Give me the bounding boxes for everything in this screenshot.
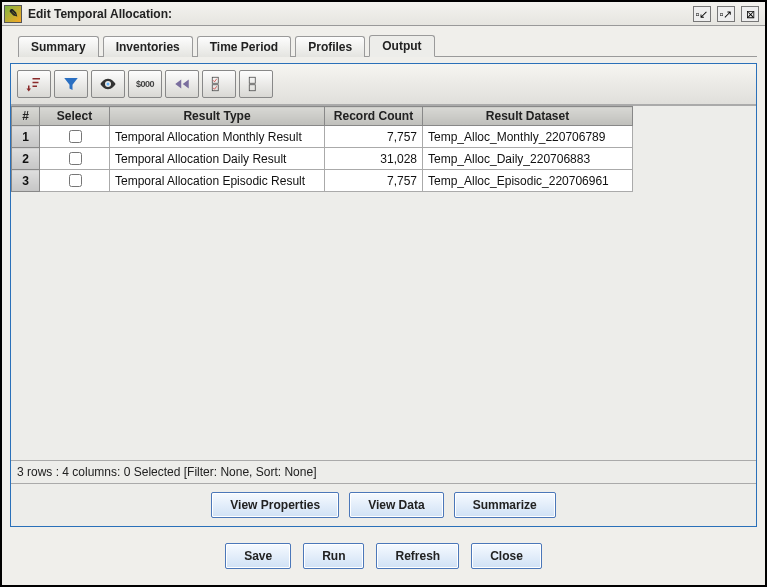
- row-count: 7,757: [325, 126, 423, 148]
- deselect-all-button[interactable]: [239, 70, 273, 98]
- row-number: 3: [12, 170, 40, 192]
- tab-output[interactable]: Output: [369, 35, 434, 57]
- row-type: Temporal Allocation Daily Result: [110, 148, 325, 170]
- save-button[interactable]: Save: [225, 543, 291, 569]
- col-type[interactable]: Result Type: [110, 107, 325, 126]
- col-select[interactable]: Select: [40, 107, 110, 126]
- funnel-icon: [62, 75, 80, 93]
- title-bar: ✎ Edit Temporal Allocation: ▫↙ ▫↗ ⊠: [2, 2, 765, 26]
- row-count: 31,028: [325, 148, 423, 170]
- results-table: # Select Result Type Record Count Result…: [11, 106, 633, 192]
- eye-icon: [99, 75, 117, 93]
- toolbar: $000: [11, 64, 756, 105]
- row-dataset: Temp_Alloc_Daily_220706883: [423, 148, 633, 170]
- table-row[interactable]: 2 Temporal Allocation Daily Result 31,02…: [12, 148, 633, 170]
- row-select-cell: [40, 126, 110, 148]
- checklist-checked-icon: [210, 75, 228, 93]
- reset-button[interactable]: [165, 70, 199, 98]
- row-select-checkbox[interactable]: [69, 174, 82, 187]
- close-button[interactable]: Close: [471, 543, 542, 569]
- table-scroll[interactable]: # Select Result Type Record Count Result…: [11, 105, 756, 460]
- col-count[interactable]: Record Count: [325, 107, 423, 126]
- row-number: 1: [12, 126, 40, 148]
- window-frame: ✎ Edit Temporal Allocation: ▫↙ ▫↗ ⊠ Summ…: [0, 0, 767, 587]
- window-title: Edit Temporal Allocation:: [28, 7, 172, 21]
- view-properties-button[interactable]: View Properties: [211, 492, 339, 518]
- select-all-button[interactable]: [202, 70, 236, 98]
- summarize-button[interactable]: Summarize: [454, 492, 556, 518]
- table-row[interactable]: 3 Temporal Allocation Episodic Result 7,…: [12, 170, 633, 192]
- col-rownum[interactable]: #: [12, 107, 40, 126]
- col-dataset[interactable]: Result Dataset: [423, 107, 633, 126]
- rewind-icon: [173, 75, 191, 93]
- table-row[interactable]: 1 Temporal Allocation Monthly Result 7,7…: [12, 126, 633, 148]
- row-select-checkbox[interactable]: [69, 130, 82, 143]
- action-row: View Properties View Data Summarize: [11, 483, 756, 526]
- svg-rect-3: [249, 77, 255, 83]
- app-icon: ✎: [4, 5, 22, 23]
- sort-icon: [25, 75, 43, 93]
- row-type: Temporal Allocation Episodic Result: [110, 170, 325, 192]
- sort-button[interactable]: [17, 70, 51, 98]
- restore-icon[interactable]: ▫↙: [693, 6, 711, 22]
- row-number: 2: [12, 148, 40, 170]
- money-icon: $000: [136, 79, 154, 89]
- row-select-cell: [40, 170, 110, 192]
- row-count: 7,757: [325, 170, 423, 192]
- maximize-icon[interactable]: ▫↗: [717, 6, 735, 22]
- run-button[interactable]: Run: [303, 543, 364, 569]
- row-select-cell: [40, 148, 110, 170]
- tab-time-period[interactable]: Time Period: [197, 36, 291, 57]
- row-dataset: Temp_Alloc_Episodic_220706961: [423, 170, 633, 192]
- view-data-button[interactable]: View Data: [349, 492, 443, 518]
- tab-summary[interactable]: Summary: [18, 36, 99, 57]
- footer-row: Save Run Refresh Close: [10, 533, 757, 577]
- tab-inventories[interactable]: Inventories: [103, 36, 193, 57]
- svg-point-0: [107, 83, 110, 86]
- refresh-button[interactable]: Refresh: [376, 543, 459, 569]
- checklist-empty-icon: [247, 75, 265, 93]
- row-select-checkbox[interactable]: [69, 152, 82, 165]
- filter-button[interactable]: [54, 70, 88, 98]
- content-area: Summary Inventories Time Period Profiles…: [2, 26, 765, 585]
- output-panel: $000 # Select: [10, 63, 757, 527]
- close-window-icon[interactable]: ⊠: [741, 6, 759, 22]
- tab-profiles[interactable]: Profiles: [295, 36, 365, 57]
- row-type: Temporal Allocation Monthly Result: [110, 126, 325, 148]
- svg-rect-4: [249, 85, 255, 91]
- row-dataset: Temp_Alloc_Monthly_220706789: [423, 126, 633, 148]
- tab-bar: Summary Inventories Time Period Profiles…: [18, 34, 757, 57]
- status-bar: 3 rows : 4 columns: 0 Selected [Filter: …: [11, 460, 756, 483]
- view-button[interactable]: [91, 70, 125, 98]
- format-button[interactable]: $000: [128, 70, 162, 98]
